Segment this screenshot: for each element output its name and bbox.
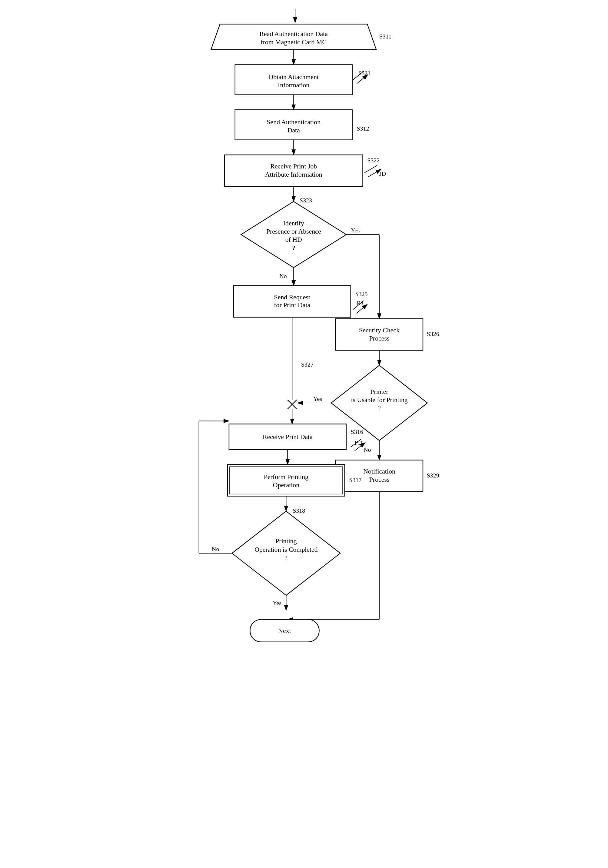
s323-text2: Presence or Absence <box>266 228 321 235</box>
s327-label: S327 <box>301 361 313 368</box>
s312-text2: Data <box>287 127 300 134</box>
s325-text2: for Print Data <box>274 301 310 309</box>
svg-line-9 <box>364 166 377 173</box>
s325-label: S325 <box>355 291 368 297</box>
next-text: Next <box>278 627 291 634</box>
no-label-s323: No <box>279 273 287 279</box>
s323-label: S323 <box>299 197 312 204</box>
s316-text: Receive Print Data <box>262 433 312 440</box>
s322-text: Receive Print Job <box>270 163 317 170</box>
s326-text2: Process <box>369 335 389 342</box>
s323-text3: of HD <box>285 236 302 243</box>
no-label-s318: No <box>212 546 219 552</box>
s318-text3: ? <box>284 555 287 562</box>
s312-label: S312 <box>357 125 369 132</box>
s321-label: S321 <box>358 70 371 76</box>
s329-text2: Process <box>369 476 389 483</box>
s321-text: Obtain Attachment <box>268 73 319 81</box>
s327-text1: Printer <box>370 388 388 395</box>
s329-label: S329 <box>427 472 439 479</box>
s326-label: S326 <box>427 330 439 337</box>
s318-label: S318 <box>293 507 305 514</box>
no-label-s327: No <box>363 446 371 453</box>
s316-label: S316 <box>351 428 363 435</box>
pd-label: PD <box>354 439 362 446</box>
s329-text: Notification <box>363 468 396 475</box>
jd-label: JD <box>379 170 386 177</box>
s317-text2: Operation <box>273 481 299 489</box>
s311-text: Read Authentication Data <box>259 30 328 37</box>
s321-text2: Information <box>278 82 309 89</box>
s317-label: S317 <box>349 477 361 483</box>
yes-label-s323: Yes <box>351 227 360 234</box>
s323-text4: ? <box>292 244 295 251</box>
s322-text2: Attribute Information <box>265 171 322 178</box>
s317-text: Perform Printing <box>264 473 308 480</box>
flowchart-container: Read Authentication Data from Magnetic C… <box>168 6 440 794</box>
yes-label-s318: Yes <box>273 600 281 606</box>
s318-text2: Operation is Completed <box>254 546 318 553</box>
s327-text2: is Usable for Printing <box>351 396 408 403</box>
yes-label-s327: Yes <box>313 395 322 402</box>
s311-label: S311 <box>379 33 391 40</box>
s322-label: S322 <box>367 157 380 164</box>
s311-text2: from Magnetic Card MC <box>261 39 327 46</box>
s325-text: Send Request <box>274 294 310 301</box>
s312-text: Send Authentication <box>267 118 321 126</box>
s327-text3: ? <box>378 405 381 412</box>
s326-text: Security Check <box>359 327 400 334</box>
s323-text1: Identify <box>283 220 304 227</box>
s318-text1: Printing <box>275 538 296 545</box>
